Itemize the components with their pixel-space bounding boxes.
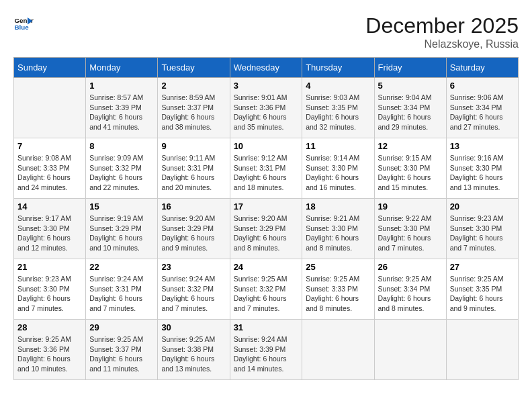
week-row-4: 21Sunrise: 9:23 AM Sunset: 3:30 PM Dayli… <box>14 259 519 320</box>
day-cell: 19Sunrise: 9:22 AM Sunset: 3:30 PM Dayli… <box>374 199 446 259</box>
weekday-monday: Monday <box>86 58 158 78</box>
day-info: Sunrise: 9:19 AM Sunset: 3:29 PM Dayligh… <box>89 214 154 253</box>
weekday-tuesday: Tuesday <box>158 58 230 78</box>
day-info: Sunrise: 9:22 AM Sunset: 3:30 PM Dayligh… <box>378 214 443 253</box>
day-cell <box>374 320 446 380</box>
day-number: 21 <box>17 262 82 272</box>
day-info: Sunrise: 9:03 AM Sunset: 3:35 PM Dayligh… <box>306 93 370 132</box>
day-number: 14 <box>17 201 82 212</box>
day-info: Sunrise: 9:20 AM Sunset: 3:29 PM Dayligh… <box>234 214 299 253</box>
day-info: Sunrise: 9:11 AM Sunset: 3:31 PM Dayligh… <box>161 153 226 193</box>
day-cell: 2Sunrise: 8:59 AM Sunset: 3:37 PM Daylig… <box>158 78 230 138</box>
week-row-2: 7Sunrise: 9:08 AM Sunset: 3:33 PM Daylig… <box>14 138 519 199</box>
day-cell: 31Sunrise: 9:24 AM Sunset: 3:39 PM Dayli… <box>230 320 302 380</box>
day-cell: 16Sunrise: 9:20 AM Sunset: 3:29 PM Dayli… <box>158 199 230 259</box>
day-info: Sunrise: 9:24 AM Sunset: 3:32 PM Dayligh… <box>161 274 226 314</box>
day-cell <box>14 78 86 138</box>
day-cell: 23Sunrise: 9:24 AM Sunset: 3:32 PM Dayli… <box>158 259 230 320</box>
day-number: 29 <box>89 322 154 332</box>
logo-icon: General Blue <box>13 13 34 34</box>
day-info: Sunrise: 9:16 AM Sunset: 3:30 PM Dayligh… <box>450 153 515 193</box>
day-info: Sunrise: 9:25 AM Sunset: 3:38 PM Dayligh… <box>161 334 226 374</box>
day-number: 18 <box>306 201 370 212</box>
weekday-friday: Friday <box>374 58 446 78</box>
day-cell: 11Sunrise: 9:14 AM Sunset: 3:30 PM Dayli… <box>302 138 374 199</box>
day-number: 12 <box>378 141 443 151</box>
day-number: 24 <box>234 262 299 272</box>
day-info: Sunrise: 8:57 AM Sunset: 3:39 PM Dayligh… <box>89 93 154 132</box>
day-number: 7 <box>17 141 82 151</box>
day-number: 1 <box>89 81 154 91</box>
day-cell: 13Sunrise: 9:16 AM Sunset: 3:30 PM Dayli… <box>446 138 518 199</box>
day-cell: 7Sunrise: 9:08 AM Sunset: 3:33 PM Daylig… <box>14 138 86 199</box>
day-number: 8 <box>89 141 154 151</box>
day-info: Sunrise: 9:23 AM Sunset: 3:30 PM Dayligh… <box>450 214 515 253</box>
day-info: Sunrise: 9:25 AM Sunset: 3:35 PM Dayligh… <box>450 274 515 314</box>
calendar-table: SundayMondayTuesdayWednesdayThursdayFrid… <box>13 57 519 380</box>
day-info: Sunrise: 9:20 AM Sunset: 3:29 PM Dayligh… <box>161 214 226 253</box>
day-number: 28 <box>17 322 82 332</box>
day-cell: 12Sunrise: 9:15 AM Sunset: 3:30 PM Dayli… <box>374 138 446 199</box>
day-number: 4 <box>306 81 370 91</box>
day-cell: 6Sunrise: 9:06 AM Sunset: 3:34 PM Daylig… <box>446 78 518 138</box>
day-info: Sunrise: 9:04 AM Sunset: 3:34 PM Dayligh… <box>378 93 443 132</box>
day-cell: 14Sunrise: 9:17 AM Sunset: 3:30 PM Dayli… <box>14 199 86 259</box>
day-info: Sunrise: 9:25 AM Sunset: 3:33 PM Dayligh… <box>306 274 370 314</box>
day-number: 10 <box>234 141 299 151</box>
day-info: Sunrise: 9:08 AM Sunset: 3:33 PM Dayligh… <box>17 153 82 193</box>
day-cell: 21Sunrise: 9:23 AM Sunset: 3:30 PM Dayli… <box>14 259 86 320</box>
title-block: December 2025 Nelazskoye, Russia <box>365 13 519 50</box>
day-cell: 30Sunrise: 9:25 AM Sunset: 3:38 PM Dayli… <box>158 320 230 380</box>
weekday-header-row: SundayMondayTuesdayWednesdayThursdayFrid… <box>14 58 519 78</box>
day-info: Sunrise: 9:24 AM Sunset: 3:39 PM Dayligh… <box>234 334 299 374</box>
day-info: Sunrise: 9:14 AM Sunset: 3:30 PM Dayligh… <box>306 153 370 193</box>
day-cell: 10Sunrise: 9:12 AM Sunset: 3:31 PM Dayli… <box>230 138 302 199</box>
day-cell <box>446 320 518 380</box>
day-info: Sunrise: 9:12 AM Sunset: 3:31 PM Dayligh… <box>234 153 299 193</box>
day-info: Sunrise: 9:25 AM Sunset: 3:32 PM Dayligh… <box>234 274 299 314</box>
day-cell: 4Sunrise: 9:03 AM Sunset: 3:35 PM Daylig… <box>302 78 374 138</box>
day-info: Sunrise: 8:59 AM Sunset: 3:37 PM Dayligh… <box>161 93 226 132</box>
day-cell: 27Sunrise: 9:25 AM Sunset: 3:35 PM Dayli… <box>446 259 518 320</box>
weekday-wednesday: Wednesday <box>230 58 302 78</box>
day-info: Sunrise: 9:06 AM Sunset: 3:34 PM Dayligh… <box>450 93 515 132</box>
day-cell: 1Sunrise: 8:57 AM Sunset: 3:39 PM Daylig… <box>86 78 158 138</box>
day-cell: 15Sunrise: 9:19 AM Sunset: 3:29 PM Dayli… <box>86 199 158 259</box>
day-cell: 26Sunrise: 9:25 AM Sunset: 3:34 PM Dayli… <box>374 259 446 320</box>
day-info: Sunrise: 9:15 AM Sunset: 3:30 PM Dayligh… <box>378 153 443 193</box>
day-number: 6 <box>450 81 515 91</box>
logo: General Blue <box>13 13 34 34</box>
day-cell: 20Sunrise: 9:23 AM Sunset: 3:30 PM Dayli… <box>446 199 518 259</box>
day-cell: 22Sunrise: 9:24 AM Sunset: 3:31 PM Dayli… <box>86 259 158 320</box>
day-cell: 28Sunrise: 9:25 AM Sunset: 3:36 PM Dayli… <box>14 320 86 380</box>
day-number: 2 <box>161 81 226 91</box>
day-number: 22 <box>89 262 154 272</box>
svg-text:Blue: Blue <box>15 24 30 31</box>
day-cell: 29Sunrise: 9:25 AM Sunset: 3:37 PM Dayli… <box>86 320 158 380</box>
day-info: Sunrise: 9:17 AM Sunset: 3:30 PM Dayligh… <box>17 214 82 253</box>
day-cell: 25Sunrise: 9:25 AM Sunset: 3:33 PM Dayli… <box>302 259 374 320</box>
day-info: Sunrise: 9:09 AM Sunset: 3:32 PM Dayligh… <box>89 153 154 193</box>
day-number: 17 <box>234 201 299 212</box>
day-cell: 18Sunrise: 9:21 AM Sunset: 3:30 PM Dayli… <box>302 199 374 259</box>
day-number: 9 <box>161 141 226 151</box>
day-info: Sunrise: 9:23 AM Sunset: 3:30 PM Dayligh… <box>17 274 82 314</box>
day-number: 3 <box>234 81 299 91</box>
day-number: 27 <box>450 262 515 272</box>
weekday-thursday: Thursday <box>302 58 374 78</box>
page-header: General Blue December 2025 Nelazskoye, R… <box>13 13 519 50</box>
day-number: 13 <box>450 141 515 151</box>
day-cell: 9Sunrise: 9:11 AM Sunset: 3:31 PM Daylig… <box>158 138 230 199</box>
day-info: Sunrise: 9:01 AM Sunset: 3:36 PM Dayligh… <box>234 93 299 132</box>
day-cell: 3Sunrise: 9:01 AM Sunset: 3:36 PM Daylig… <box>230 78 302 138</box>
day-number: 25 <box>306 262 370 272</box>
day-number: 11 <box>306 141 370 151</box>
day-number: 26 <box>378 262 443 272</box>
day-info: Sunrise: 9:25 AM Sunset: 3:36 PM Dayligh… <box>17 334 82 374</box>
day-info: Sunrise: 9:25 AM Sunset: 3:34 PM Dayligh… <box>378 274 443 314</box>
day-number: 16 <box>161 201 226 212</box>
day-cell <box>302 320 374 380</box>
day-info: Sunrise: 9:21 AM Sunset: 3:30 PM Dayligh… <box>306 214 370 253</box>
week-row-3: 14Sunrise: 9:17 AM Sunset: 3:30 PM Dayli… <box>14 199 519 259</box>
location: Nelazskoye, Russia <box>365 38 519 50</box>
